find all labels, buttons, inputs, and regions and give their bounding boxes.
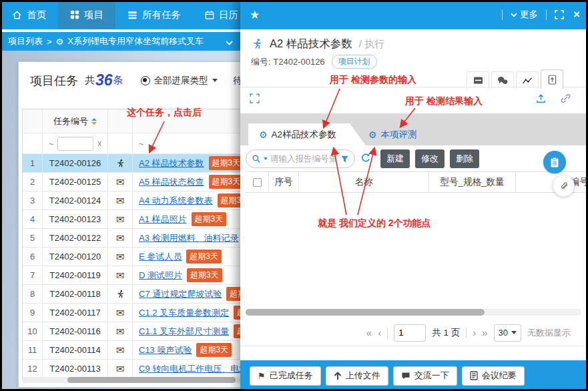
refresh-icon[interactable] [360,153,371,166]
task-code: T2402-00124 [43,191,108,210]
scrollbar-thumb[interactable] [246,309,485,316]
task-link[interactable]: C9 转向电机工作电压、电流 [139,363,248,375]
scrollbar-thumb[interactable] [67,377,236,383]
task-link[interactable]: D 测试照片 [139,270,182,282]
paperclip-icon [559,181,569,191]
task-link[interactable]: C7 通过规定爬坡试验 [139,288,222,300]
mail-icon: ✉ [116,251,125,263]
breadcrumb-chevron-down-icon[interactable] [226,37,233,47]
column-name[interactable]: 名称 [299,172,429,192]
row-number: 7 [23,266,43,284]
column-code[interactable]: 编号 [516,172,588,192]
nav-item-home[interactable]: 首页 [0,0,58,29]
overdue-badge: 超期3天 [209,156,244,170]
breadcrumb-root[interactable]: 项目列表 [8,35,43,47]
first-page-button[interactable]: « [366,327,372,338]
search-icon [252,154,261,163]
column-serial[interactable]: 序号 [269,172,299,192]
report-search-input[interactable] [270,154,338,163]
task-detail-panel: ★ 更多 × A2 样品技术参数 / 执行 编号: T2402-00126 项目… [240,0,588,391]
chevron-down-icon [511,331,517,334]
row-number: 2 [23,173,43,191]
file-icon [548,75,557,85]
annotation-click-this-task: 这个任务，点击后 [127,107,202,119]
column-model-spec-qty[interactable]: 型号_规格_数量 [429,172,516,192]
chat-icon [401,372,410,380]
overdue-badge: 超期3天 [196,343,232,357]
mail-icon: ✉ [116,232,125,244]
task-code: T2402-00117 [43,304,108,322]
last-page-button[interactable]: » [482,327,487,338]
task-link[interactable]: C1.2 叉车质量参数测定 [139,307,229,319]
completed-task-button[interactable]: ⚑ 已完成任务 [250,366,321,386]
annotation-feature-points: 就是 我们定义的 2个功能点 [318,218,431,230]
task-link[interactable]: A5 样品状态检查 [139,176,204,188]
task-link[interactable]: C13 噪声试验 [139,344,192,356]
task-link[interactable]: C1.1 叉车外部尺寸测量 [139,326,229,338]
file-upload-tab[interactable] [541,69,563,89]
sort-icon[interactable] [91,118,97,125]
task-title: A2 样品技术参数 [270,37,352,51]
notes-icon [470,371,478,380]
close-icon[interactable]: × [573,8,580,21]
link-icon[interactable] [561,93,571,106]
expand-icon[interactable] [555,10,564,19]
more-menu-button[interactable]: 更多 [511,9,538,21]
new-button[interactable]: 新建 [380,149,410,168]
clipboard-button[interactable] [543,151,566,173]
fullscreen-icon[interactable] [250,93,260,106]
radio-selected-icon[interactable] [141,76,150,85]
delete-button[interactable]: 删除 [450,149,479,168]
detail-footer-bar: ⚑ 已完成任务 上传文件 交流一下 会议纪要 [240,360,588,391]
nav-item-projects[interactable]: 项目 [58,0,115,29]
progress-filter-label: 全部进展类型 [154,75,208,87]
column-task-code[interactable]: 任务编号 [43,109,108,133]
detail-code-row: 编号: T2402-00126 项目计划 [251,55,377,69]
task-link[interactable]: A3 检测用燃料、油料记录 [139,232,239,244]
row-number: 8 [23,285,43,303]
edit-button[interactable]: 修改 [415,149,445,168]
progress-type-filter[interactable]: 全部进展类型 [141,75,218,87]
mail-icon: ✉ [116,363,125,375]
next-page-button[interactable]: › [473,327,476,338]
upload-file-button[interactable]: 上传文件 [326,366,388,386]
nav-item-all-tasks[interactable]: 所有任务 [115,0,193,29]
row-number: 6 [23,248,43,266]
gear-icon: ⚙ [56,37,64,47]
page-number-input[interactable] [394,324,426,342]
detail-toolbar: 新建 修改 删除 [240,149,588,169]
select-all-checkbox[interactable] [253,178,262,187]
page-size-select[interactable]: 30 [494,324,521,342]
row-number: 3 [23,191,43,210]
person-running-icon [115,159,125,168]
task-link[interactable]: E 参试人员 [139,251,182,263]
tab-evaluation[interactable]: ⚙ 本项评测 [368,129,417,141]
breadcrumb-project[interactable]: X系列锂电专用窄体坐驾前移式叉车 [67,35,204,47]
horizontal-scrollbar[interactable] [246,309,581,316]
divider [387,328,388,338]
mail-icon: ✉ [116,214,125,226]
clear-filter-button[interactable]: x [97,139,101,148]
detail-tab-bar: ⚙ A2样品技术参数 ⚙ 本项评测 [240,113,588,145]
star-icon[interactable]: ★ [250,8,260,22]
task-code: T2402-00118 [43,285,108,303]
report-search-box[interactable] [246,149,355,168]
overdue-badge: 超期3天 [192,212,227,226]
task-link[interactable]: A1 样品照片 [139,214,187,226]
prev-page-button[interactable]: ‹ [378,327,381,338]
attachment-button[interactable] [553,175,575,197]
calendar-icon [205,10,214,20]
task-code: T2402-00114 [43,341,108,359]
nav-label: 项目 [84,9,103,21]
meeting-notes-button[interactable]: 会议纪要 [462,366,525,386]
flag-icon: ⚑ [258,371,266,381]
task-link[interactable]: A2 样品技术参数 [139,157,204,169]
task-link[interactable]: A4 动力系统参数表 [139,195,213,207]
upload-icon[interactable] [536,93,546,106]
detail-icon-tabs [467,69,563,89]
code-filter-input[interactable] [57,137,93,151]
chat-button[interactable]: 交流一下 [393,366,457,386]
tab-a2-parameters[interactable]: ⚙ A2样品技术参数 [248,123,366,145]
home-icon [12,10,22,20]
plan-tag-badge: 项目计划 [332,55,377,69]
